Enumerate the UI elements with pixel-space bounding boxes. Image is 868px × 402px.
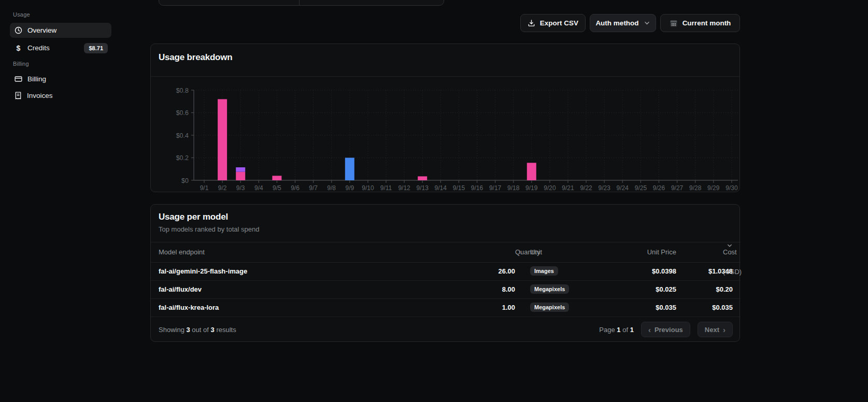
col-cost-sort[interactable]: Cost (USD)	[723, 242, 733, 249]
svg-text:9/27: 9/27	[671, 184, 684, 192]
current-month-label: Current month	[682, 19, 731, 27]
svg-text:$0.2: $0.2	[176, 154, 189, 162]
usage-breakdown-title: Usage breakdown	[159, 52, 233, 63]
table-row[interactable]: fal-ai/gemini-25-flash-image 26.00 Image…	[151, 263, 741, 281]
usage-per-model-subtitle: Top models ranked by total spend	[159, 225, 259, 233]
svg-text:9/14: 9/14	[435, 184, 447, 192]
chart-bar-segment	[236, 172, 245, 180]
svg-text:9/30: 9/30	[725, 184, 738, 192]
previous-page-button[interactable]: ‹ Previous	[641, 322, 690, 337]
cell-quantity: 8.00	[502, 281, 515, 298]
sort-icon: ↑↓	[518, 242, 521, 262]
sidebar-item-overview[interactable]: Overview	[10, 23, 111, 38]
unit-badge: Megapixels	[530, 284, 569, 294]
sidebar-item-label: Billing	[27, 75, 46, 83]
sidebar-item-billing[interactable]: Billing	[10, 71, 111, 87]
cell-model: fal-ai/flux-krea-lora	[159, 299, 219, 317]
svg-text:9/6: 9/6	[291, 184, 300, 192]
sidebar-section-usage-label: Usage	[13, 11, 30, 18]
svg-text:9/13: 9/13	[417, 184, 429, 192]
sidebar-item-credits[interactable]: $ Credits $8.71	[10, 40, 111, 55]
svg-text:9/16: 9/16	[471, 184, 483, 192]
chart-bar-segment	[527, 163, 536, 180]
chart-bar-segment	[236, 167, 245, 172]
svg-text:$0.4: $0.4	[176, 132, 189, 139]
export-csv-label: Export CSV	[540, 19, 578, 27]
auth-method-dropdown[interactable]: Auth method	[590, 14, 656, 32]
table-footer: Showing 3 out of 3 results Page 1 of 1 ‹…	[151, 317, 741, 342]
sidebar-item-label: Overview	[27, 26, 56, 34]
table-header-row: Model endpoint Quantity↑↓ Unit Unit Pric…	[151, 242, 741, 263]
results-summary: Showing 3 out of 3 results	[159, 326, 236, 334]
table-row[interactable]: fal-ai/flux/dev 8.00 Megapixels $0.025 $…	[151, 281, 741, 299]
svg-text:9/17: 9/17	[489, 184, 502, 192]
cell-model: fal-ai/gemini-25-flash-image	[159, 263, 247, 280]
svg-text:9/25: 9/25	[635, 184, 647, 192]
chevron-down-icon	[644, 20, 650, 26]
svg-text:9/26: 9/26	[653, 184, 665, 192]
svg-text:9/21: 9/21	[562, 184, 574, 192]
svg-text:9/9: 9/9	[345, 184, 354, 192]
svg-text:9/7: 9/7	[309, 184, 318, 192]
chart-bar-segment	[345, 158, 354, 181]
cell-quantity: 1.00	[502, 299, 515, 317]
chart-bar-segment	[418, 176, 427, 180]
usage-breakdown-card: Usage breakdown $0$0.2$0.4$0.6$0.89/19/2…	[150, 44, 740, 192]
export-csv-button[interactable]: Export CSV	[520, 14, 586, 32]
usage-per-model-card: Usage per model Top models ranked by tot…	[150, 204, 740, 342]
svg-text:9/11: 9/11	[380, 184, 392, 192]
cell-model: fal-ai/flux/dev	[159, 281, 202, 298]
usage-per-model-title: Usage per model	[159, 212, 228, 222]
svg-text:9/18: 9/18	[507, 184, 520, 192]
svg-text:9/28: 9/28	[689, 184, 702, 192]
chevron-left-icon: ‹	[648, 326, 651, 334]
auth-method-label: Auth method	[595, 19, 638, 27]
svg-text:9/4: 9/4	[254, 184, 263, 192]
svg-text:9/23: 9/23	[599, 184, 611, 192]
col-unit: Unit	[530, 242, 542, 262]
sidebar: Usage Overview $ Credits $8.71 Billing B…	[0, 0, 145, 402]
sidebar-item-label: Credits	[27, 44, 50, 52]
svg-text:9/1: 9/1	[200, 184, 209, 192]
table-row[interactable]: fal-ai/flux-krea-lora 1.00 Megapixels $0…	[151, 299, 741, 317]
svg-text:9/12: 9/12	[398, 184, 410, 192]
dollar-icon: $	[15, 44, 22, 52]
svg-text:9/8: 9/8	[327, 184, 336, 192]
clock-icon	[15, 26, 22, 34]
cell-cost: $0.20	[716, 281, 733, 298]
top-cutoff-panel	[159, 0, 444, 6]
chart-bar-segment	[218, 99, 227, 180]
svg-text:$0.8: $0.8	[176, 87, 189, 94]
panel-divider	[299, 0, 300, 5]
unit-badge: Megapixels	[530, 303, 569, 312]
cell-unit-price: $0.035	[656, 299, 676, 317]
current-month-button[interactable]: Current month	[660, 14, 740, 32]
cell-unit-price: $0.025	[656, 281, 676, 298]
sidebar-item-label: Invoices	[27, 92, 53, 99]
svg-text:9/10: 9/10	[362, 184, 374, 192]
invoice-icon	[15, 92, 22, 99]
svg-text:9/20: 9/20	[544, 184, 556, 192]
chart-bar-segment	[272, 176, 281, 180]
svg-text:9/15: 9/15	[453, 184, 465, 192]
download-icon	[528, 19, 535, 27]
cell-cost: $1.0348	[708, 263, 733, 280]
chevron-right-icon: ›	[723, 326, 725, 334]
usage-breakdown-chart: $0$0.2$0.4$0.6$0.89/19/29/39/49/59/69/79…	[151, 76, 741, 192]
unit-badge: Images	[530, 266, 558, 276]
next-page-button[interactable]: Next ›	[698, 322, 733, 337]
col-model-endpoint: Model endpoint	[159, 242, 205, 262]
sidebar-section-billing-label: Billing	[13, 61, 29, 67]
svg-text:9/5: 9/5	[273, 184, 281, 192]
svg-text:9/29: 9/29	[707, 184, 720, 192]
cell-quantity: 26.00	[498, 263, 515, 280]
cell-unit-price: $0.0398	[652, 263, 676, 280]
svg-text:9/3: 9/3	[236, 184, 245, 192]
svg-text:9/24: 9/24	[617, 184, 629, 192]
calendar-icon	[670, 19, 678, 27]
sidebar-item-invoices[interactable]: Invoices	[10, 88, 111, 103]
page-indicator: Page 1 of 1	[599, 326, 634, 334]
cell-cost: $0.035	[712, 299, 733, 317]
svg-text:$0: $0	[181, 177, 189, 184]
credit-card-icon	[15, 75, 22, 83]
